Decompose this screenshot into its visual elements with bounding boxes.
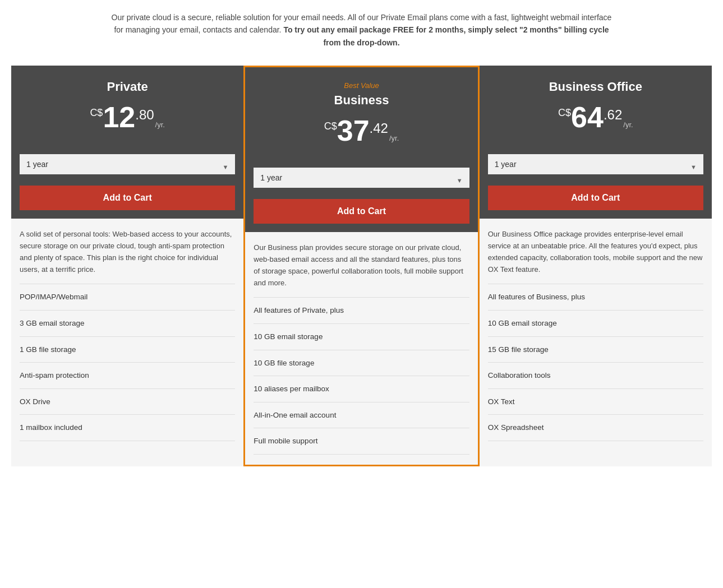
feature-item: 3 GB email storage (20, 311, 235, 337)
price-currency: C$ (90, 107, 103, 119)
price-decimal: .42 (370, 121, 388, 136)
plan-name: Business (256, 93, 466, 108)
add-to-cart-button[interactable]: Add to Cart (20, 186, 235, 210)
add-to-cart-button[interactable]: Add to Cart (254, 199, 469, 224)
price-main: 64 (571, 101, 604, 133)
feature-item: 1 GB file storage (20, 337, 235, 363)
feature-item: Collaboration tools (488, 363, 703, 389)
year-select[interactable]: 1 year2 years3 years2 months (254, 168, 469, 188)
feature-item: OX Spreadsheet (488, 415, 703, 441)
add-to-cart-button[interactable]: Add to Cart (488, 186, 703, 210)
intro-section: Our private cloud is a secure, reliable … (11, 11, 712, 49)
plan-body: A solid set of personal tools: Web-based… (11, 219, 243, 466)
plan-business: Best Value Business C$37.42/yr. 1 year2 … (243, 66, 479, 466)
plan-description: A solid set of personal tools: Web-based… (20, 229, 235, 275)
best-value-label: Best Value (256, 81, 466, 90)
feature-item: 10 GB email storage (488, 311, 703, 337)
feature-item: All-in-One email account (254, 402, 469, 429)
plan-header: Business Office C$64.62/yr. (480, 66, 712, 149)
plan-body: Our Business Office package provides ent… (480, 219, 712, 466)
price-currency: C$ (558, 107, 571, 119)
plan-body: Our Business plan provides secure storag… (245, 232, 477, 465)
plans-container: Private C$12.80/yr. 1 year2 years3 years… (11, 66, 712, 466)
year-select-wrapper[interactable]: 1 year2 years3 years2 months (254, 168, 469, 193)
feature-item: OX Text (488, 389, 703, 415)
feature-item: Anti-spam protection (20, 363, 235, 389)
feature-item: All features of Business, plus (488, 284, 703, 311)
feature-item: 1 mailbox included (20, 415, 235, 441)
plan-name: Business Office (491, 80, 701, 94)
feature-item: 10 GB file storage (254, 350, 469, 377)
feature-item: 10 aliases per mailbox (254, 376, 469, 402)
plan-description: Our Business plan provides secure storag… (254, 242, 469, 289)
price-currency: C$ (324, 121, 337, 132)
price-block: C$12.80/yr. (22, 103, 232, 132)
price-block: C$37.42/yr. (256, 116, 466, 145)
plan-business-office: Business Office C$64.62/yr. 1 year2 year… (480, 66, 712, 466)
price-block: C$64.62/yr. (491, 103, 701, 132)
price-period: /yr. (155, 121, 165, 129)
feature-item: 15 GB file storage (488, 337, 703, 363)
year-select-wrapper[interactable]: 1 year2 years3 years2 months (20, 154, 235, 180)
feature-item: POP/IMAP/Webmail (20, 284, 235, 311)
plan-name: Private (22, 80, 232, 94)
price-decimal: .80 (135, 107, 154, 123)
plan-header: Best Value Business C$37.42/yr. (245, 67, 477, 162)
intro-bold-text: To try out any email package FREE for 2 … (283, 25, 609, 47)
price-period: /yr. (389, 134, 399, 142)
plan-description: Our Business Office package provides ent… (488, 229, 703, 275)
price-main: 37 (337, 114, 370, 147)
feature-item: Full mobile support (254, 428, 469, 455)
plan-controls: 1 year2 years3 years2 months Add to Cart (480, 149, 712, 219)
feature-list: All features of Private, plus10 GB email… (254, 297, 469, 455)
feature-item: 10 GB email storage (254, 324, 469, 350)
plan-header: Private C$12.80/yr. (11, 66, 243, 149)
feature-item: OX Drive (20, 389, 235, 415)
price-decimal: .62 (604, 107, 622, 123)
year-select-wrapper[interactable]: 1 year2 years3 years2 months (488, 154, 703, 180)
price-period: /yr. (623, 121, 633, 129)
feature-list: All features of Business, plus10 GB emai… (488, 284, 703, 441)
feature-list: POP/IMAP/Webmail3 GB email storage1 GB f… (20, 284, 235, 441)
year-select[interactable]: 1 year2 years3 years2 months (488, 154, 703, 174)
plan-controls: 1 year2 years3 years2 months Add to Cart (11, 149, 243, 219)
price-main: 12 (103, 101, 135, 133)
intro-text: Our private cloud is a secure, reliable … (109, 11, 614, 49)
plan-controls: 1 year2 years3 years2 months Add to Cart (245, 162, 477, 232)
feature-item: All features of Private, plus (254, 298, 469, 324)
year-select[interactable]: 1 year2 years3 years2 months (20, 154, 235, 174)
plan-private: Private C$12.80/yr. 1 year2 years3 years… (11, 66, 243, 466)
